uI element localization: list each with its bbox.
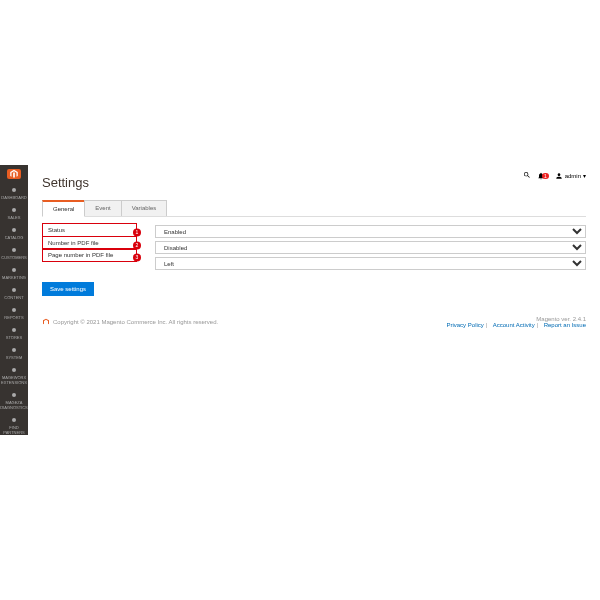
sidebar-item-reports[interactable]: REPORTS (0, 303, 28, 323)
footer-link[interactable]: Report an Issue (544, 322, 586, 328)
tabs: GeneralEventVariables (42, 200, 586, 217)
magento-logo[interactable] (7, 169, 21, 179)
footer-link[interactable]: Account Activity (493, 322, 535, 328)
sidebar-item-partners[interactable]: FIND PARTNERS (0, 413, 28, 438)
sidebar-item-content[interactable]: CONTENT (0, 283, 28, 303)
field-select-2[interactable]: Left (155, 257, 586, 270)
footer-link[interactable]: Privacy Policy (446, 322, 483, 328)
svg-point-10 (12, 393, 16, 397)
svg-point-3 (12, 248, 16, 252)
chevron-down-icon: ▾ (583, 172, 586, 179)
svg-point-2 (12, 228, 16, 232)
sidebar-item-customers[interactable]: CUSTOMERS (0, 243, 28, 263)
sidebar-item-mageworx[interactable]: MAGEWORX EXTENSIONS (0, 363, 28, 388)
sidebar-item-dashboard[interactable]: DASHBOARD (0, 183, 28, 203)
svg-point-9 (12, 368, 16, 372)
page-title: Settings (42, 175, 586, 190)
svg-point-8 (12, 348, 16, 352)
sidebar-item-sales[interactable]: SALES (0, 203, 28, 223)
sidebar-item-system[interactable]: SYSTEM (0, 343, 28, 363)
sidebar-item-stores[interactable]: STORES (0, 323, 28, 343)
tab-event[interactable]: Event (84, 200, 121, 216)
svg-point-4 (12, 268, 16, 272)
svg-point-7 (12, 328, 16, 332)
field-select-0[interactable]: Enabled (155, 225, 586, 238)
save-button[interactable]: Save settings (42, 282, 94, 296)
svg-point-5 (12, 288, 16, 292)
svg-point-6 (12, 308, 16, 312)
sidebar-item-mageza[interactable]: MAGEZA DIAGNOSTICS (0, 388, 28, 413)
notification-badge: 1 (542, 173, 549, 179)
annotation-marker: 3 (133, 253, 141, 261)
field-select-1[interactable]: Disabled (155, 241, 586, 254)
main-content: 1 admin ▾ Settings GeneralEventVariables… (28, 165, 600, 435)
notification-icon[interactable]: 1 (537, 172, 549, 180)
top-toolbar: 1 admin ▾ (523, 171, 586, 180)
user-name: admin (565, 173, 581, 179)
sidebar-item-catalog[interactable]: CATALOG (0, 223, 28, 243)
admin-sidebar: DASHBOARDSALESCATALOGCUSTOMERSMARKETINGC… (0, 165, 28, 435)
magento-icon (42, 318, 50, 326)
footer: Copyright © 2021 Magento Commerce Inc. A… (42, 312, 586, 328)
svg-point-0 (12, 188, 16, 192)
sidebar-item-marketing[interactable]: MARKETING (0, 263, 28, 283)
user-menu[interactable]: admin ▾ (555, 172, 586, 180)
tab-general[interactable]: General (42, 200, 85, 217)
svg-point-1 (12, 208, 16, 212)
search-icon[interactable] (523, 171, 531, 180)
copyright: Copyright © 2021 Magento Commerce Inc. A… (53, 319, 218, 325)
field-label-2: Page number in PDF file3 (42, 248, 137, 262)
tab-variables[interactable]: Variables (121, 200, 168, 216)
svg-point-11 (12, 418, 16, 422)
